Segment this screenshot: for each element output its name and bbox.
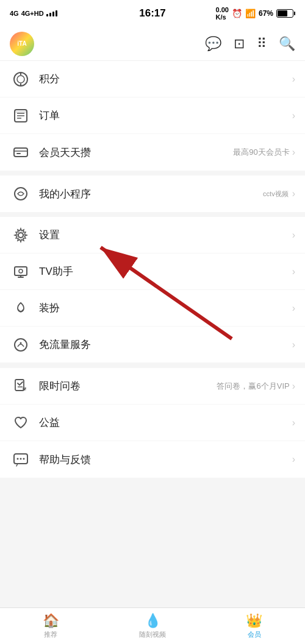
huiyuan-sub: 最高90天会员卡: [233, 147, 289, 158]
grid-icon[interactable]: ⠿: [257, 36, 267, 52]
gongyi-icon: [10, 412, 32, 434]
vip-icon: 👑: [246, 613, 262, 629]
tab-huiyuan[interactable]: 👑 会员: [203, 608, 305, 644]
network-speed: 0.00K/s: [216, 6, 229, 21]
wenjuan-arrow: ›: [292, 381, 295, 392]
huiyuan-icon: [10, 141, 32, 163]
wenjuan-label: 限时问卷: [39, 379, 217, 393]
shezhi-label: 设置: [39, 228, 292, 242]
dingdan-label: 订单: [39, 108, 292, 122]
bangzhu-arrow: ›: [292, 454, 295, 465]
battery-icon: [276, 9, 295, 18]
svg-point-17: [19, 269, 23, 273]
xiaochengxu-label: 我的小程序: [39, 187, 263, 201]
svg-rect-8: [15, 111, 27, 113]
tv-label: TV助手: [39, 264, 292, 278]
tab-suike[interactable]: 💧 随刻视频: [102, 608, 204, 644]
gongyi-label: 公益: [39, 416, 292, 430]
menu-item-huiyuan[interactable]: 会员天天攒 最高90天会员卡 ›: [0, 134, 305, 171]
svg-point-26: [20, 458, 22, 460]
svg-point-19: [20, 342, 22, 344]
search-icon[interactable]: 🔍: [279, 36, 295, 52]
tab-huiyuan-label: 会员: [248, 630, 261, 639]
menu-item-tv[interactable]: TV助手 ›: [0, 253, 305, 290]
zhuangban-icon: [10, 297, 32, 319]
svg-rect-9: [14, 148, 27, 157]
mianliuliang-icon: [10, 334, 32, 356]
section-1: 积分 › 订单 ›: [0, 61, 305, 171]
wenjuan-sub: 答问卷，赢6个月VIP: [217, 381, 289, 392]
status-bar: 4G 4G+HD 16:17 0.00K/s ⏰ 📶 67%: [0, 0, 305, 27]
svg-point-18: [15, 339, 27, 351]
message-icon[interactable]: 💬: [205, 36, 221, 52]
jifen-icon: [10, 68, 32, 90]
menu-item-dingdan[interactable]: 订单 ›: [0, 97, 305, 134]
svg-point-28: [23, 458, 25, 460]
menu-item-zhuangban[interactable]: 装扮 ›: [0, 290, 305, 327]
wenjuan-icon: [10, 375, 32, 397]
tab-bar: 🏠 推荐 💧 随刻视频 👑 会员: [0, 607, 305, 644]
menu-item-jifen[interactable]: 积分 ›: [0, 61, 305, 97]
svg-rect-14: [15, 267, 27, 275]
signal-bars: [46, 10, 57, 16]
menu-item-wenjuan[interactable]: 限时问卷 答问卷，赢6个月VIP ›: [0, 368, 305, 405]
nav-icons: 💬 ⊡ ⠿ 🔍: [205, 36, 295, 52]
scan-icon[interactable]: ⊡: [234, 36, 245, 52]
top-nav: iTA 💬 ⊡ ⠿ 🔍: [0, 27, 305, 61]
tv-icon: [10, 261, 32, 283]
dingdan-arrow: ›: [292, 110, 295, 121]
dingdan-icon: [10, 105, 32, 127]
zhuangban-label: 装扮: [39, 301, 292, 315]
huiyuan-label: 会员天天攒: [39, 146, 233, 160]
zhuangban-arrow: ›: [292, 303, 295, 314]
section-3: 设置 › TV助手 › 装扮: [0, 217, 305, 363]
status-time: 16:17: [139, 7, 165, 19]
shezhi-arrow: ›: [292, 230, 295, 241]
bangzhu-label: 帮助与反馈: [39, 453, 292, 467]
main-content: 积分 › 订单 ›: [0, 61, 305, 519]
section-2: 我的小程序 cctv视频 ›: [0, 175, 305, 212]
menu-item-shezhi[interactable]: 设置 ›: [0, 217, 305, 253]
video-icon: 💧: [145, 613, 161, 629]
svg-point-13: [18, 233, 23, 238]
svg-point-12: [15, 188, 27, 200]
status-right: 0.00K/s ⏰ 📶 67%: [216, 6, 295, 21]
jifen-arrow: ›: [292, 74, 295, 85]
avatar[interactable]: iTA: [10, 32, 34, 56]
menu-item-gongyi[interactable]: 公益 ›: [0, 405, 305, 441]
alarm-icon: ⏰: [232, 9, 242, 18]
mianliuliang-arrow: ›: [292, 339, 295, 350]
xiaochengxu-icon: [10, 183, 32, 205]
tab-suike-label: 随刻视频: [139, 630, 166, 639]
menu-item-bangzhu[interactable]: 帮助与反馈 ›: [0, 441, 305, 478]
tab-tuijian-label: 推荐: [44, 630, 57, 639]
gongyi-arrow: ›: [292, 417, 295, 428]
svg-point-1: [17, 76, 24, 83]
menu-item-mianliuliang[interactable]: 免流量服务 ›: [0, 327, 305, 363]
wifi-icon: 📶: [245, 9, 256, 18]
mianliuliang-label: 免流量服务: [39, 338, 292, 352]
home-icon: 🏠: [43, 613, 59, 629]
menu-item-xiaochengxu[interactable]: 我的小程序 cctv视频 ›: [0, 175, 305, 212]
bangzhu-icon: [10, 448, 32, 470]
jifen-label: 积分: [39, 72, 292, 86]
battery-percent: 67%: [259, 9, 273, 18]
tab-tuijian[interactable]: 🏠 推荐: [0, 608, 102, 644]
tv-arrow: ›: [292, 266, 295, 277]
shezhi-icon: [10, 224, 32, 246]
section-4: 限时问卷 答问卷，赢6个月VIP › 公益 ›: [0, 368, 305, 478]
cctv-logo: cctv视频: [263, 189, 289, 199]
xiaochengxu-arrow: ›: [292, 188, 295, 199]
svg-point-27: [17, 458, 19, 460]
huiyuan-arrow: ›: [292, 147, 295, 158]
status-network: 4G 4G+HD: [10, 10, 57, 17]
